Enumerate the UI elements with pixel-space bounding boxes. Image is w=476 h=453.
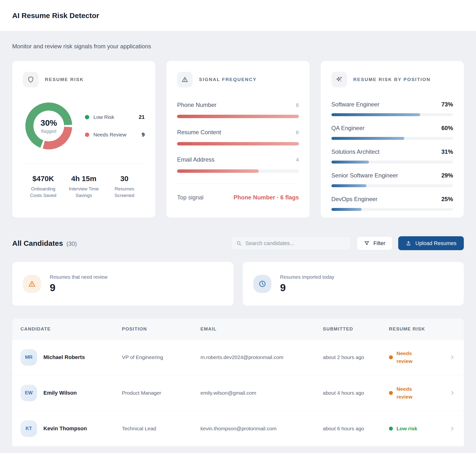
stat-resumes-screened: 30 Resumes Screened [104,175,145,199]
resume-risk-badge: Needs review [389,385,449,401]
position-row-qa-engineer: QA Engineer 60% [331,125,453,140]
column-header-resume-risk: RESUME RISK [389,326,449,332]
position-bar [331,208,453,211]
signal-label: Email Address [177,156,214,163]
stat-card-value: 9 [50,282,108,294]
signal-bar [177,115,299,118]
signal-frequency-card-header: SIGNAL FREQUENCY [177,72,299,87]
needs-review-stat-card: Resumes that need review 9 [12,262,234,306]
position-row-senior-software-engineer: Senior Software Engineer 29% [331,172,453,187]
filter-button[interactable]: Filter [357,236,392,250]
position-row-solutions-architect: Solutions Architect 31% [331,148,453,164]
page-title: AI Resume Risk Detector [12,11,99,20]
resume-risk-donut: 30% flagged [25,103,72,149]
donut-sublabel: flagged [41,129,56,134]
candidate-name: Emily Wilson [43,390,77,396]
risk-dot-icon [389,391,393,395]
stat-label: Interview Time Savings [67,186,101,199]
upload-resumes-button[interactable]: Upload Resumes [398,236,464,250]
resume-risk-donut-area: 30% flagged Low Risk 21 Needs Review 9 [23,103,145,149]
candidate-submitted: about 2 hours ago [323,353,366,361]
signal-bar-fill [177,115,299,118]
card-divider [177,184,299,184]
needs-review-dot-icon [85,133,89,137]
donut-percent: 30% [40,118,57,128]
position-value: 31% [441,148,453,155]
position-row-software-engineer: Software Engineer 73% [331,101,453,116]
candidate-email: m.roberts.dev2024@protonmail.com [200,354,323,360]
signal-list: Phone Number 6 Resume Content 6 Email Ad… [177,102,299,173]
stat-label: Onboarding Costs Saved [26,186,60,199]
stat-card-text: Resumes that need review 9 [50,274,108,294]
candidate-position: Product Manager [122,390,200,396]
position-bar-fill [331,137,405,140]
resume-risk-stats: $470K Onboarding Costs Saved 4h 15m Inte… [23,175,145,199]
signal-bar [177,169,299,173]
position-row-devops-engineer: DevOps Engineer 25% [331,196,453,211]
position-label: DevOps Engineer [331,196,377,203]
upload-resumes-label: Upload Resumes [415,240,456,247]
search-box [231,236,351,250]
chevron-right-icon[interactable] [449,354,456,360]
risk-dot-icon [389,355,393,359]
legend-label: Needs Review [93,132,126,138]
position-label: Solutions Architect [331,148,379,155]
chevron-right-icon[interactable] [449,425,456,432]
position-label: Software Engineer [331,101,379,108]
stat-interview-time: 4h 15m Interview Time Savings [63,175,104,199]
legend-item-needs-review: Needs Review 9 [85,132,145,138]
candidates-toolbar: All Candidates (30) Filter Upload Resume… [12,236,464,250]
resume-risk-card-header: RESUME RISK [23,72,145,87]
signal-frequency-card-title: SIGNAL FREQUENCY [199,77,257,82]
candidate-position: Technical Lead [122,426,200,432]
stat-card-value: 9 [280,282,334,294]
position-value: 60% [441,125,453,132]
risk-dot-icon [389,427,393,431]
column-header-candidate: CANDIDATE [20,326,122,332]
risk-label: Low risk [397,425,417,432]
position-bar [331,161,453,164]
table-row-kevin-thompson[interactable]: KT Kevin Thompson Technical Lead kevin.t… [12,411,464,446]
candidate-email: kevin.thompson@protonmail.com [200,426,323,432]
filter-button-label: Filter [373,240,385,247]
funnel-icon [364,240,370,246]
candidate-name: Kevin Thompson [43,425,87,432]
signal-bar-fill [177,142,299,145]
table-row-michael-roberts[interactable]: MR Michael Roberts VP of Engineering m.r… [12,340,464,375]
search-input[interactable] [245,240,346,247]
signal-value: 4 [296,157,299,163]
stat-value: 4h 15m [63,175,104,183]
candidates-count: (30) [66,240,77,247]
candidate-email: emily.wilson@gmail.com [200,390,323,396]
candidate-submitted: about 4 hours ago [323,389,366,397]
stat-label: Resumes Screened [107,186,141,199]
position-bar-fill [331,208,362,211]
resume-risk-badge: Needs review [389,350,449,365]
risk-by-position-card: RESUME RISK BY POSITION Software Enginee… [321,61,464,218]
resume-risk-card-title: RESUME RISK [45,77,84,82]
table-header-row: CANDIDATE POSITION EMAIL SUBMITTED RESUM… [12,319,464,340]
donut-center: 30% flagged [33,111,64,141]
table-row-emily-wilson[interactable]: EW Emily Wilson Product Manager emily.wi… [12,375,464,411]
top-signal-row: Top signal Phone Number · 6 flags [177,194,299,201]
signal-row-phone-number: Phone Number 6 [177,102,299,118]
sparkles-icon [331,72,347,87]
warning-icon [23,275,41,293]
position-bar [331,137,453,140]
signal-label: Phone Number [177,102,216,108]
main-content: Monitor and review risk signals from you… [0,43,476,446]
position-label: Senior Software Engineer [331,172,398,179]
candidate-stat-cards: Resumes that need review 9 Resumes impor… [12,262,464,306]
position-bar [331,184,453,187]
column-header-position: POSITION [122,326,200,332]
signal-value: 6 [296,129,299,136]
legend-value: 9 [142,132,145,138]
candidate-name: Michael Roberts [43,354,85,360]
chevron-right-icon[interactable] [449,390,456,396]
stat-value: 30 [104,175,145,183]
risk-by-position-card-header: RESUME RISK BY POSITION [331,72,453,87]
top-signal-label: Top signal [177,194,203,201]
candidates-table: CANDIDATE POSITION EMAIL SUBMITTED RESUM… [12,319,464,446]
candidate-submitted: about 6 hours ago [323,425,366,432]
resume-risk-card: RESUME RISK 30% flagged Low Risk 21 [12,61,155,218]
